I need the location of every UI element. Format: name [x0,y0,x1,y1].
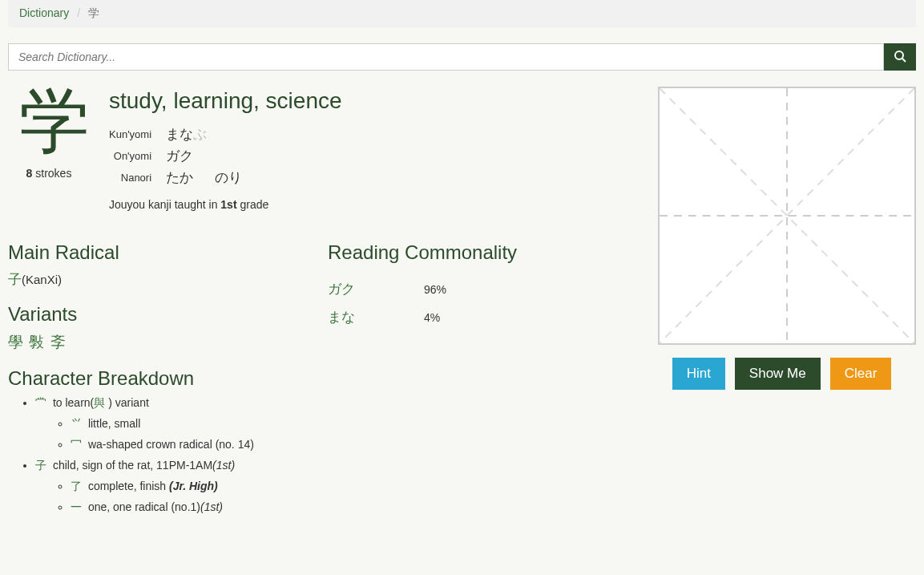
grade-prefix: Jouyou kanji taught in [109,198,220,211]
breakdown-tag-1-1: (1st) [200,500,223,513]
breadcrumb-root-link[interactable]: Dictionary [19,6,69,19]
onyomi-value: ガク [166,147,260,165]
onyomi-label: On'yomi [109,147,158,165]
kanji-header-left: 学 8 strokes [8,87,90,211]
variant-0[interactable]: 學 [8,334,23,350]
clear-button[interactable]: Clear [830,358,892,390]
kunyomi-main: まな [166,127,193,142]
commonality-reading-1: まな [328,308,424,326]
main-radical-char[interactable]: 子 [8,272,22,287]
breadcrumb: Dictionary / 学 [8,0,916,27]
practice-buttons: Hint Show Me Clear [648,358,916,390]
breakdown-tag-1: (1st) [212,459,235,472]
main-radical-line: 子(KanXi) [8,270,304,289]
search-bar [8,43,916,71]
breakdown-desc-1-0: complete, finish [88,480,169,492]
kanji-glyph: 学 [8,87,90,157]
breakdown-item-0-0: ⺍ little, small [71,417,623,431]
breakdown-heading: Character Breakdown [8,367,623,390]
breakdown-desc-1-1: one, one radical (no.1) [88,500,200,513]
kunyomi-okurigana: ぶ [193,127,207,142]
breakdown-component-0[interactable]: 龸 [35,396,46,409]
hint-button[interactable]: Hint [672,358,725,390]
breakdown-tag-1-0: (Jr. High) [169,480,218,492]
kanji-meaning: study, learning, science [109,88,623,114]
main-radical-heading: Main Radical [8,241,304,264]
svg-point-0 [895,51,903,59]
nanori-value: たか のり [166,168,260,187]
nanori-item-1: のり [215,168,242,187]
nanori-item-0: たか [166,168,193,187]
search-icon [894,50,906,65]
variant-1[interactable]: 斅 [29,334,44,350]
search-input[interactable] [8,43,884,71]
breakdown-desc-1: child, sign of the rat, 11PM-1AM [53,459,212,472]
breadcrumb-current: 学 [88,6,99,19]
stroke-count: 8 strokes [8,167,90,180]
variant-2[interactable]: 斈 [50,334,66,350]
variants-heading: Variants [8,303,304,326]
svg-line-1 [902,59,906,62]
commonality-row-1: まな 4% [328,308,446,326]
grade-suffix: grade [237,198,269,211]
kanji-header-info: study, learning, science Kun'yomi まなぶ On… [109,87,623,211]
breakdown-component-1-0[interactable]: 了 [71,480,82,492]
grade-num: 1st [220,198,236,211]
breakdown-desc-0-0: little, small [88,417,140,430]
breakdown-desc-0-1: wa-shaped crown radical (no. 14) [88,438,254,451]
breakdown-item-1: 子 child, sign of the rat, 11PM-1AM(1st) … [35,459,623,515]
breadcrumb-separator: / [72,6,85,19]
main-radical-source: (KanXi) [22,273,62,286]
stroke-practice-box[interactable] [658,87,916,345]
breakdown-link-0[interactable]: 與 [94,396,105,409]
commonality-row-0: ガク 96% [328,280,446,298]
breakdown-component-0-0[interactable]: ⺍ [71,417,82,430]
nanori-label: Nanori [109,168,158,187]
breakdown-component-1-1[interactable]: 一 [71,500,82,513]
breakdown-desc-0a: to learn( [53,396,94,409]
show-me-button[interactable]: Show Me [735,358,821,390]
breakdown-item-0: 龸 to learn(與) variant ⺍ little, small 冖 … [35,396,623,452]
breakdown-list: 龸 to learn(與) variant ⺍ little, small 冖 … [8,396,623,515]
breakdown-item-0-1: 冖 wa-shaped crown radical (no. 14) [71,438,623,452]
kunyomi-label: Kun'yomi [109,125,158,144]
breakdown-item-1-1: 一 one, one radical (no.1)(1st) [71,500,623,515]
commonality-value-1: 4% [424,308,446,326]
practice-grid-icon [660,88,914,343]
commonality-value-0: 96% [424,280,446,298]
grade-line: Jouyou kanji taught in 1st grade [109,198,623,211]
search-button[interactable] [884,43,916,71]
breakdown-desc-0b: ) variant [108,396,149,409]
commonality-heading: Reading Commonality [328,241,623,264]
kunyomi-value: まなぶ [166,125,260,144]
commonality-reading-0: ガク [328,280,424,298]
variants-list: 學 斅 斈 [8,332,304,353]
breakdown-component-0-1[interactable]: 冖 [71,438,82,451]
stroke-count-suffix: strokes [32,167,71,180]
breakdown-item-1-0: 了 complete, finish (Jr. High) [71,480,623,494]
breakdown-component-1[interactable]: 子 [35,459,46,472]
